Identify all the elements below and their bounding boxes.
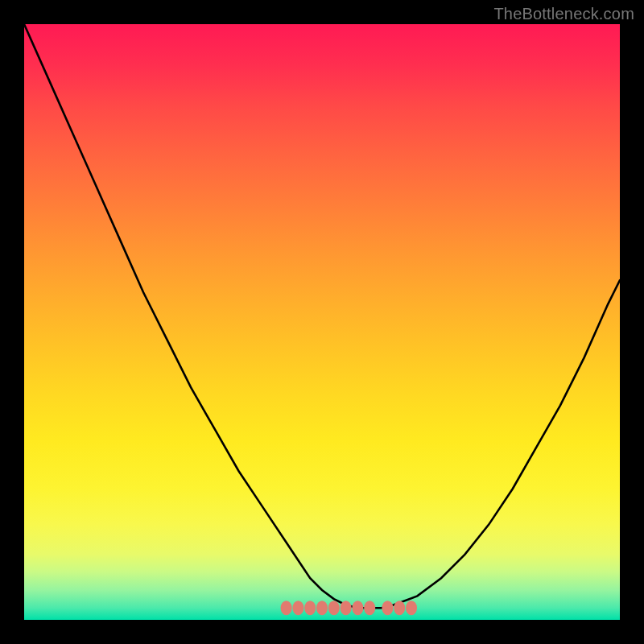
marker-dot — [328, 601, 340, 615]
marker-dot — [341, 601, 352, 615]
marker-dot — [364, 601, 375, 615]
chart-frame: TheBottleneck.com — [0, 0, 644, 644]
watermark-text: TheBottleneck.com — [493, 5, 634, 23]
bottom-markers — [281, 601, 417, 615]
marker-dot — [316, 601, 328, 615]
marker-dot — [281, 601, 292, 615]
bottleneck-curve — [24, 24, 620, 608]
curve-svg — [24, 24, 620, 620]
marker-dot — [304, 601, 316, 615]
plot-area — [24, 24, 620, 620]
marker-dot — [292, 601, 303, 615]
marker-dot — [394, 601, 405, 615]
marker-dot — [406, 601, 417, 615]
marker-dot — [352, 601, 363, 615]
marker-dot — [382, 601, 393, 615]
